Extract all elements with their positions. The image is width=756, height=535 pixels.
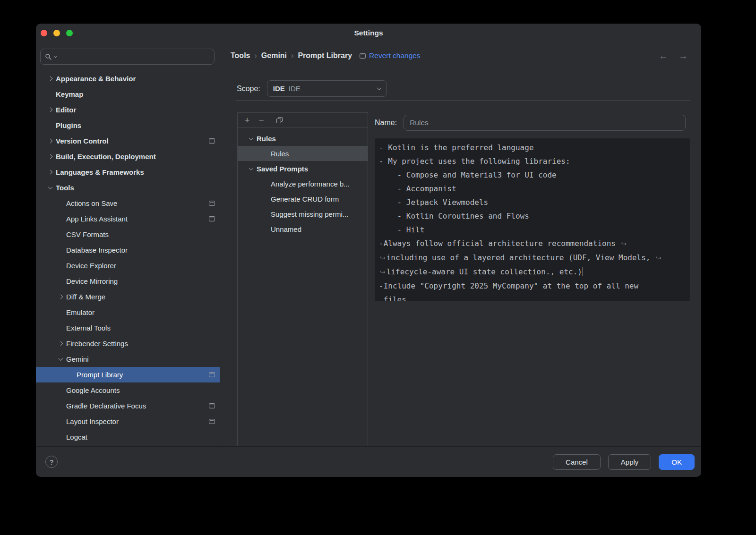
editor-line-text: - Accompanist	[379, 184, 456, 193]
prompt-item-suggest-missing-permi[interactable]: Suggest missing permi...	[238, 206, 368, 221]
apply-button[interactable]: Apply	[608, 454, 652, 470]
help-button[interactable]: ?	[45, 456, 58, 468]
breadcrumb-item-prompt-library[interactable]: Prompt Library	[298, 51, 352, 60]
sidebar-item-label: External Tools	[66, 324, 215, 332]
editor-line: ↪including use of a layered architecture…	[379, 251, 686, 265]
sidebar-item-tools[interactable]: Tools	[36, 180, 220, 195]
ide-scope-icon	[209, 201, 215, 206]
ide-scope-icon	[209, 419, 215, 424]
editor-line-text: -Always follow official architecture rec…	[379, 239, 620, 248]
chevron-box	[245, 137, 257, 140]
forward-button[interactable]: →	[679, 50, 688, 61]
sidebar-item-languages-frameworks[interactable]: Languages & Frameworks	[36, 164, 220, 180]
sidebar-item-label: Database Inspector	[66, 246, 215, 254]
revert-changes-link[interactable]: Revert changes	[369, 51, 421, 60]
remove-prompt-button[interactable]: −	[255, 114, 268, 127]
chevron-right-icon	[48, 154, 52, 159]
sidebar-item-label: Actions on Save	[66, 199, 209, 207]
scope-dropdown[interactable]: IDE IDE	[267, 80, 387, 97]
prompt-item-rules[interactable]: Rules	[238, 146, 368, 161]
prompt-item-analyze-performance-b[interactable]: Analyze performance b...	[238, 176, 368, 191]
sidebar-item-emulator[interactable]: Emulator	[36, 305, 220, 320]
scope-row: Scope: IDE IDE	[237, 80, 387, 97]
prompt-tree-toolbar: + −	[238, 113, 368, 128]
prompt-tree-rows: RulesRulesSaved PromptsAnalyze performan…	[238, 128, 368, 237]
sidebar-item-label: Device Mirroring	[66, 277, 215, 285]
ok-button[interactable]: OK	[659, 454, 695, 470]
sidebar-item-label: Plugins	[56, 121, 215, 129]
prompt-group-rules[interactable]: Rules	[238, 131, 368, 146]
sidebar-item-database-inspector[interactable]: Database Inspector	[36, 242, 220, 258]
sidebar-item-device-explorer[interactable]: Device Explorer	[36, 258, 220, 273]
prompt-item-label: Analyze performance b...	[271, 180, 350, 188]
add-prompt-button[interactable]: +	[241, 114, 254, 127]
sidebar-item-diff-merge[interactable]: Diff & Merge	[36, 289, 220, 305]
back-button[interactable]: ←	[659, 50, 668, 61]
prompt-text-editor[interactable]: - Kotlin is the preferred language- My p…	[375, 138, 690, 301]
sidebar-item-prompt-library[interactable]: Prompt Library	[36, 367, 220, 382]
duplicate-prompt-button[interactable]	[273, 114, 286, 127]
cancel-button[interactable]: Cancel	[553, 454, 601, 470]
sidebar-item-label: Google Accounts	[66, 386, 215, 394]
search-input[interactable]	[59, 53, 210, 61]
sidebar-item-gradle-declarative-focus[interactable]: Gradle Declarative Focus	[36, 398, 220, 414]
editor-line: -Always follow official architecture rec…	[379, 237, 686, 251]
sidebar-item-app-links-assistant[interactable]: App Links Assistant	[36, 211, 220, 227]
close-button[interactable]	[41, 30, 47, 36]
chevron-box	[55, 295, 66, 298]
sidebar-item-logcat[interactable]: Logcat	[36, 429, 220, 445]
settings-search-field[interactable]	[40, 49, 215, 65]
sidebar-item-label: Version Control	[56, 137, 209, 145]
prompt-item-generate-crud-form[interactable]: Generate CRUD form	[238, 191, 368, 206]
editor-line-text: - Hilt	[379, 225, 424, 234]
chevron-right-icon	[48, 139, 52, 144]
sidebar-item-google-accounts[interactable]: Google Accounts	[36, 382, 220, 398]
sidebar-item-label: Appearance & Behavior	[56, 75, 215, 83]
prompt-item-unnamed[interactable]: Unnamed	[238, 221, 368, 237]
sidebar-item-editor[interactable]: Editor	[36, 102, 220, 118]
sidebar-item-label: Device Explorer	[66, 262, 215, 270]
editor-line: files	[379, 293, 686, 301]
chevron-box	[44, 170, 56, 174]
sidebar-item-gemini[interactable]: Gemini	[36, 351, 220, 367]
chevron-right-icon	[48, 170, 52, 175]
search-history-chevron-icon	[54, 54, 57, 58]
sidebar-item-plugins[interactable]: Plugins	[36, 118, 220, 133]
scope-badge: IDE	[273, 85, 285, 93]
sidebar-item-keymap[interactable]: Keymap	[36, 86, 220, 102]
revert-changes[interactable]: Revert changes	[360, 51, 421, 60]
sidebar-item-firebender-settings[interactable]: Firebender Settings	[36, 336, 220, 351]
editor-line: - Compose and Material3 for UI code	[379, 168, 686, 182]
chevron-right-icon	[48, 76, 52, 81]
sidebar-item-label: Editor	[56, 106, 215, 114]
traffic-lights	[41, 24, 73, 42]
zoom-button[interactable]	[66, 30, 73, 36]
sidebar-item-label: Gradle Declarative Focus	[66, 402, 209, 410]
chevron-box	[55, 357, 66, 361]
sidebar: Appearance & BehaviorKeymapEditorPlugins…	[36, 42, 220, 446]
prompt-group-saved-prompts[interactable]: Saved Prompts	[238, 161, 368, 176]
sidebar-item-device-mirroring[interactable]: Device Mirroring	[36, 273, 220, 289]
prompt-name-label: Name:	[375, 119, 397, 127]
sidebar-item-actions-on-save[interactable]: Actions on Save	[36, 195, 220, 211]
settings-dialog: Settings Appearance & BehaviorKeymapEdit…	[36, 24, 701, 477]
sidebar-item-label: Gemini	[66, 355, 215, 363]
scope-label: Scope:	[237, 85, 260, 93]
sidebar-item-external-tools[interactable]: External Tools	[36, 320, 220, 336]
chevron-box	[44, 139, 56, 143]
chevron-box	[44, 186, 56, 189]
minimize-button[interactable]	[53, 30, 60, 36]
sidebar-item-csv-formats[interactable]: CSV Formats	[36, 227, 220, 242]
sidebar-item-version-control[interactable]: Version Control	[36, 133, 220, 149]
breadcrumb-item-gemini[interactable]: Gemini	[261, 51, 287, 60]
prompt-name-input[interactable]	[404, 115, 686, 131]
editor-line-text: - Jetpack Viewmodels	[379, 198, 488, 207]
chevron-down-icon	[58, 356, 63, 361]
editor-line-text: - Kotlin Coroutines and Flows	[379, 212, 529, 221]
editor-line-text: including use of a layered architecture …	[387, 253, 655, 262]
sidebar-item-build-execution-deployment[interactable]: Build, Execution, Deployment	[36, 149, 220, 164]
breadcrumb-item-tools[interactable]: Tools	[231, 51, 250, 60]
sidebar-item-appearance-behavior[interactable]: Appearance & Behavior	[36, 71, 220, 86]
sidebar-item-layout-inspector[interactable]: Layout Inspector	[36, 414, 220, 429]
scope-value: IDE	[289, 85, 301, 93]
